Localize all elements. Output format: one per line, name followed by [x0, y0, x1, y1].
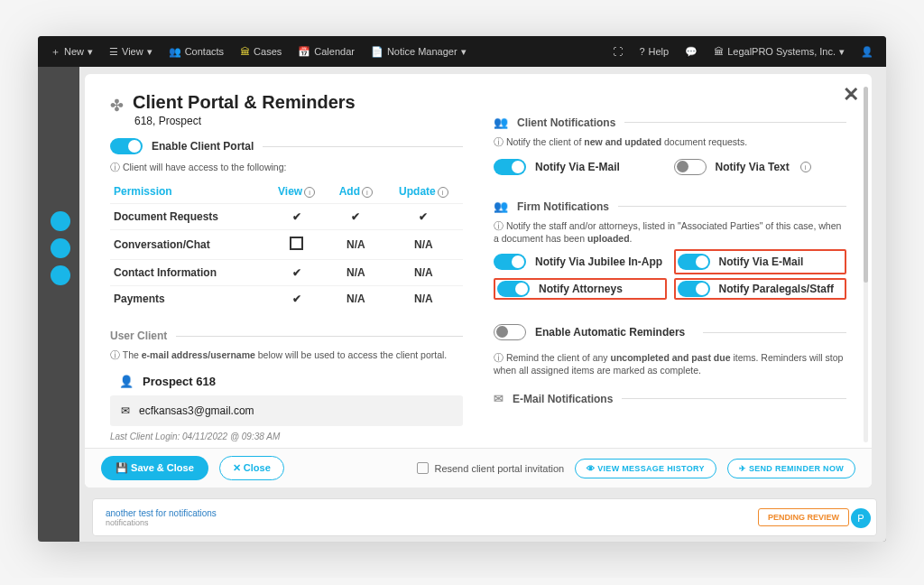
- firm-email-toggle[interactable]: [678, 254, 710, 270]
- firm-paralegals-toggle[interactable]: [678, 281, 710, 297]
- side-dot: [51, 238, 70, 258]
- enable-portal-toggle[interactable]: [110, 138, 143, 154]
- client-notifications-heading: Client Notifications: [517, 116, 615, 129]
- group-icon: 👥: [494, 200, 508, 213]
- client-notify-text-toggle[interactable]: [674, 159, 707, 175]
- permissions-table: Permission Viewi Addi Updatei Document R…: [110, 180, 463, 311]
- app-top-nav: ＋ New ▾ ☰ View ▾ 👥 Contacts 🏛 Cases 📅 Ca…: [38, 36, 886, 67]
- nav-contacts[interactable]: 👥 Contacts: [169, 46, 224, 58]
- client-portal-modal: ✕ ✤ Client Portal & Reminders 618, Prosp…: [85, 74, 872, 488]
- pending-review-badge: PENDING REVIEW: [758, 508, 849, 526]
- conversation-view-checkbox[interactable]: [290, 237, 303, 250]
- nav-company[interactable]: 🏛 LegalPRO Systems, Inc. ▾: [714, 46, 845, 58]
- send-reminder-now-button[interactable]: ✈ SEND REMINDER NOW: [727, 459, 855, 478]
- access-hint: Client will have access to the following…: [110, 162, 463, 174]
- nav-new[interactable]: ＋ New ▾: [51, 45, 93, 59]
- nav-notice-manager[interactable]: 📄 Notice Manager ▾: [371, 46, 467, 58]
- modal-footer: 💾 Save & Close ✕ Close Resend client por…: [85, 448, 872, 488]
- nav-help[interactable]: ? Help: [639, 46, 669, 57]
- resend-invitation-checkbox[interactable]: Resend client portal invitation: [417, 462, 564, 474]
- firm-notifications-heading: Firm Notifications: [517, 200, 609, 213]
- nav-alerts-icon[interactable]: 💬: [685, 46, 698, 58]
- user-client-hint: The e-mail address/username below will b…: [110, 349, 463, 362]
- group-icon: 👥: [494, 116, 508, 129]
- nav-view[interactable]: ☰ View ▾: [109, 46, 152, 58]
- nav-user-icon[interactable]: 👤: [861, 46, 873, 58]
- client-notif-hint: Notify the client of new and updated doc…: [494, 136, 846, 149]
- modal-subtitle: 618, Prospect: [134, 115, 356, 127]
- enable-portal-label: Enable Client Portal: [152, 140, 254, 153]
- nav-cases[interactable]: 🏛 Cases: [240, 46, 282, 57]
- view-message-history-button[interactable]: 👁 VIEW MESSAGE HISTORY: [575, 459, 716, 478]
- firm-attorneys-toggle[interactable]: [497, 281, 530, 297]
- close-button[interactable]: ✕ Close: [219, 456, 284, 480]
- user-client-heading: User Client: [110, 330, 167, 342]
- user-name: Prospect 618: [143, 375, 216, 388]
- nav-expand-icon[interactable]: ⛶: [613, 46, 623, 57]
- last-login: Last Client Login: 04/11/2022 @ 09:38 AM: [110, 432, 463, 441]
- email-field[interactable]: ✉ecfkansas3@gmail.com: [110, 395, 463, 426]
- mail-icon: ✉: [121, 404, 130, 417]
- side-dot: [51, 211, 70, 231]
- background-card: another test for notifications notificat…: [92, 498, 877, 536]
- share-icon: ✤: [110, 96, 124, 116]
- firm-notif-hint: Notify the staff and/or attorneys, liste…: [494, 220, 846, 244]
- auto-reminders-hint: Remind the client of any uncompleted and…: [494, 352, 846, 376]
- mail-icon: ✉: [494, 392, 504, 405]
- client-notify-email-toggle[interactable]: [494, 159, 526, 175]
- info-icon[interactable]: i: [800, 162, 811, 172]
- auto-reminders-toggle[interactable]: [494, 324, 526, 340]
- user-icon: 👤: [119, 375, 134, 388]
- avatar: P: [851, 508, 871, 528]
- sidebar: [38, 67, 79, 542]
- side-dot: [51, 265, 70, 285]
- email-notifications-heading: E-Mail Notifications: [513, 393, 613, 405]
- save-close-button[interactable]: 💾 Save & Close: [101, 456, 208, 480]
- nav-calendar[interactable]: 📅 Calendar: [298, 46, 355, 58]
- modal-title: Client Portal & Reminders: [133, 92, 356, 113]
- firm-inapp-toggle[interactable]: [494, 254, 526, 270]
